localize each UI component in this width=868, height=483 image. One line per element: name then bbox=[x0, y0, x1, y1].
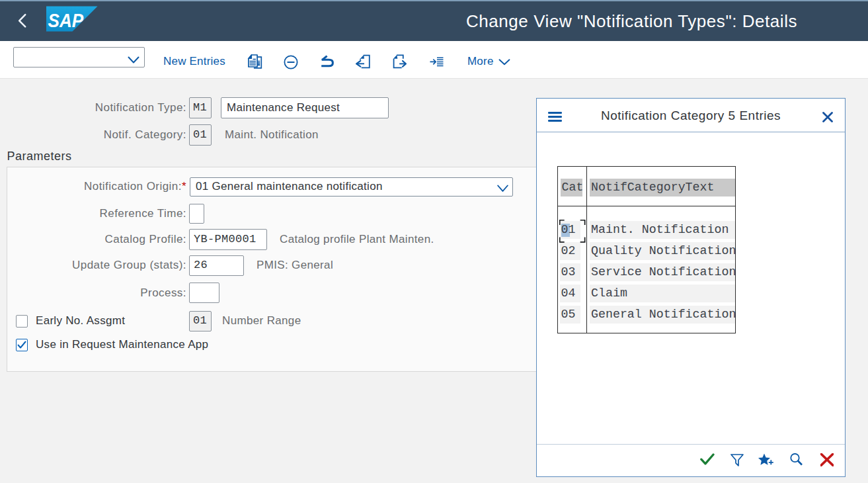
svg-text:SAP: SAP bbox=[48, 9, 84, 31]
